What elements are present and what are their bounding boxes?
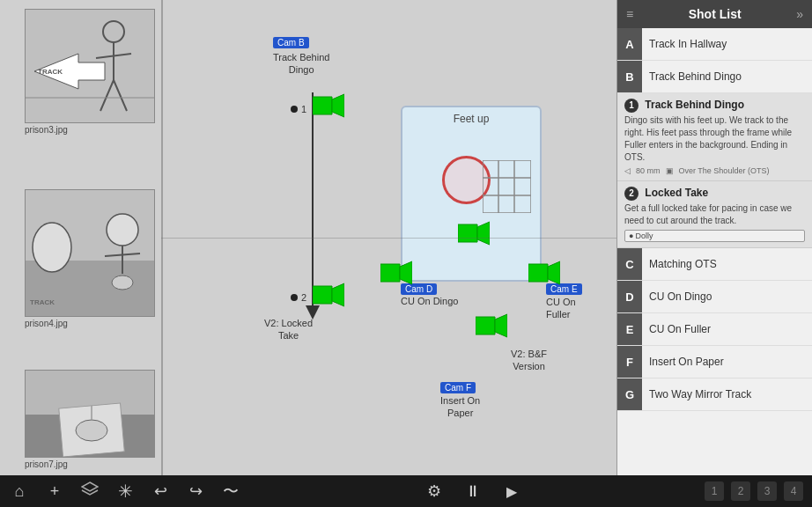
grid-object xyxy=(483,160,531,213)
svg-marker-40 xyxy=(82,482,98,491)
shot-label-b: Track Behind Dingo xyxy=(642,70,812,83)
shot-row-d[interactable]: D CU On Dingo xyxy=(617,281,812,313)
layers-svg xyxy=(81,481,99,497)
svg-marker-35 xyxy=(548,261,560,284)
detail-block-2: 2 Locked Take Get a full locked take for… xyxy=(617,181,812,248)
panel-arrow-icon: » xyxy=(796,7,803,21)
svg-point-12 xyxy=(107,214,138,246)
storyboard-frame-3[interactable]: prison7.jpg xyxy=(25,370,155,471)
toolbar-right-group: 1 2 3 4 xyxy=(705,481,803,501)
shot-row-e[interactable]: E CU On Fuller xyxy=(617,313,812,346)
detail-text-1: Dingo sits with his feet up. We track to… xyxy=(624,114,805,164)
svg-marker-36 xyxy=(458,224,477,242)
point-2-label: 2 xyxy=(301,292,306,303)
cam-b-icon xyxy=(313,92,344,122)
cam-f-sublabel: Insert OnPaper xyxy=(440,394,480,420)
shot-row-g[interactable]: G Two Way Mirror Track xyxy=(617,378,812,411)
back-icon[interactable]: ↩ xyxy=(150,481,171,501)
home-icon[interactable]: ⌂ xyxy=(9,482,30,501)
page-2-button[interactable]: 2 xyxy=(731,481,750,501)
shot-row-f[interactable]: F Insert On Paper xyxy=(617,346,812,378)
shot-letter-f: F xyxy=(617,346,642,378)
svg-point-16 xyxy=(112,276,133,290)
storyboard-frame-2[interactable]: TRACK prison4.jpg xyxy=(25,189,155,330)
puzzle-icon[interactable]: ⚙ xyxy=(424,481,445,501)
cam-f-group: Cam F Insert OnPaper xyxy=(440,378,480,420)
dolly-label: Dolly xyxy=(635,231,653,240)
svg-marker-33 xyxy=(400,261,412,284)
cam-e-sublabel: CU OnFuller xyxy=(546,296,582,321)
forward-icon[interactable]: ↪ xyxy=(185,481,206,501)
svg-marker-25 xyxy=(313,286,332,304)
toolbar-center-group: ⚙ ⏸ ▶ xyxy=(424,481,522,501)
storyboard-caption-3: prison7.jpg xyxy=(25,458,155,471)
cam-2-svg xyxy=(313,282,344,308)
shot-type-icon: ▣ xyxy=(666,166,674,175)
right-panel: ≡ Shot List » A Track In Hallway B Track… xyxy=(616,0,812,475)
panel-header: ≡ Shot List » xyxy=(617,0,812,28)
detail-meta-1: ◁ 80 mm ▣ Over The Shoulder (OTS) xyxy=(624,166,805,175)
svg-marker-38 xyxy=(476,317,495,334)
shot-letter-b: B xyxy=(617,61,642,92)
point-1: 1 xyxy=(291,104,306,114)
cam-bottom-svg xyxy=(476,312,507,339)
detail-block-1: 1 Track Behind Dingo Dingo sits with his… xyxy=(617,93,812,181)
layers-icon[interactable] xyxy=(79,481,100,502)
toolbar-left-group: ⌂ + ✳ ↩ ↪ 〜 xyxy=(9,481,241,502)
storyboard-frame-1[interactable]: TRACK prison3.jpg xyxy=(25,9,155,136)
svg-marker-39 xyxy=(495,314,507,337)
cam-d-svg xyxy=(380,260,412,286)
add-icon[interactable]: + xyxy=(44,482,65,501)
play-icon[interactable]: ▶ xyxy=(501,483,522,500)
page-4-button[interactable]: 4 xyxy=(784,481,803,501)
bottom-toolbar: ⌂ + ✳ ↩ ↪ 〜 ⚙ ⏸ ▶ 1 2 3 4 xyxy=(0,475,812,507)
cam-f-badge: Cam F xyxy=(440,382,476,393)
cam-center-svg xyxy=(458,220,490,246)
panel-menu-icon: ≡ xyxy=(626,7,633,21)
shot-label-e: CU On Fuller xyxy=(642,323,812,335)
squiggle-icon[interactable]: 〜 xyxy=(220,481,241,502)
shot-row-a[interactable]: A Track In Hallway xyxy=(617,28,812,61)
point-2-dot xyxy=(291,294,298,301)
svg-marker-34 xyxy=(528,264,548,282)
cam-center-icon xyxy=(458,220,490,250)
v2-locked-label: V2: LockedTake xyxy=(264,317,313,342)
sketch-art-2: TRACK xyxy=(26,190,155,317)
svg-text:TRACK: TRACK xyxy=(38,68,63,76)
horizontal-line xyxy=(161,238,616,239)
storyboard-caption-1: prison3.jpg xyxy=(25,123,155,136)
cam-d-sublabel: CU On Dingo xyxy=(401,296,458,306)
svg-point-11 xyxy=(33,223,71,272)
svg-marker-32 xyxy=(380,264,400,282)
shot-row-b[interactable]: B Track Behind Dingo xyxy=(617,61,812,93)
page-1-button[interactable]: 1 xyxy=(705,481,724,501)
shot-label-c: Matching OTS xyxy=(642,258,812,270)
detail-text-2: Get a full locked take for pacing in cas… xyxy=(624,202,805,227)
cam-2-icon xyxy=(313,282,344,312)
sketch-art-1: TRACK xyxy=(26,10,155,123)
svg-marker-26 xyxy=(332,283,344,306)
shot-letter-c: C xyxy=(617,248,642,280)
shot-letter-g: G xyxy=(617,378,642,410)
lens-icon: ◁ xyxy=(624,166,631,175)
asterisk-icon[interactable]: ✳ xyxy=(114,481,136,502)
feet-up-label: Feet up xyxy=(402,107,540,129)
cam-b-svg xyxy=(313,92,344,119)
cam-bottom-icon xyxy=(476,312,507,342)
detail-number-1: 1 xyxy=(624,99,639,113)
pause-icon[interactable]: ⏸ xyxy=(462,482,484,501)
shot-label-a: Track In Hallway xyxy=(642,38,812,50)
shot-letter-e: E xyxy=(617,313,642,345)
page-3-button[interactable]: 3 xyxy=(757,481,777,501)
dolly-tag: ● Dolly xyxy=(624,230,805,242)
point-1-dot xyxy=(291,106,298,113)
cam-b-label-box: Cam B Track BehindDingo xyxy=(273,33,329,77)
shot-row-c[interactable]: C Matching OTS xyxy=(617,248,812,281)
svg-marker-37 xyxy=(477,222,490,245)
point-1-label: 1 xyxy=(301,104,306,114)
detail-title-2: 2 Locked Take xyxy=(624,187,805,201)
cam-e-svg xyxy=(528,260,560,286)
panel-title: Shot List xyxy=(633,7,796,21)
scene-box: Feet up xyxy=(401,106,542,282)
shot-list: A Track In Hallway B Track Behind Dingo … xyxy=(617,28,812,475)
